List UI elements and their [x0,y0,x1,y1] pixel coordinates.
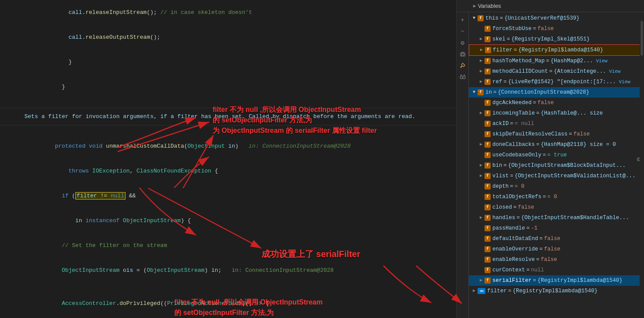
svg-point-3 [460,76,463,79]
code-line: in instanceof ObjectInputStream) { [0,208,456,233]
var-item-enableResolve[interactable]: f enableResolve = false [469,254,644,265]
camera-icon[interactable] [458,50,467,58]
var-item-serialFilter[interactable]: ▶ f serialFilter = {RegistryImpl$lambda@… [469,275,644,286]
code-line: if (filter != null && [0,183,456,208]
var-item-curContext[interactable]: f curContext = null [469,265,644,275]
code-line [0,283,456,291]
variables-panel: ▶ Variables ⚙ + − ⚙ [457,0,644,318]
code-line [0,99,456,108]
var-item-doneCallbacks[interactable]: ▶ f doneCallbacks = {HashMap@2118} size … [469,139,644,150]
var-item-useCodebaseOnly[interactable]: f useCodebaseOnly = = true [469,150,644,160]
left-toolbar: + − ⚙ [457,12,469,318]
var-item-forceStubUse[interactable]: f forceStubUse = false [469,24,644,34]
code-line [0,125,456,134]
code-line: call.releaseOutputStream(); [0,25,456,50]
pin-icon[interactable] [458,61,467,70]
var-item-hashToMethod[interactable]: ▶ f hashToMethod_Map = {HashMap@2... Vie… [469,56,644,66]
var-item-totalObjectRefs[interactable]: f totalObjectRefs = = 0 [469,192,644,202]
code-line: throws IOException, ClassNotFoundExcepti… [0,159,456,183]
var-item-vlist[interactable]: ▶ f vlist = {ObjectInputStream$Validatio… [469,171,644,181]
variables-header: ▶ Variables ⚙ [457,0,644,12]
var-item-skipDefault[interactable]: f skipDefaultResolveClass = false [469,129,644,139]
var-item-incomingTable[interactable]: ▶ f incomingTable = {HashTable@... size [469,108,644,118]
code-line: protected void unmarshalCustomCallData(O… [0,134,456,159]
code-area: call.releaseInputStream(); // in case sk… [0,0,456,318]
code-panel: call.releaseInputStream(); // in case sk… [0,0,457,318]
code-line: } [0,74,456,99]
vars-content[interactable]: ▼ f this = {UnicastServerRef@1539} f for… [457,12,644,318]
var-item-dgcAckNeeded[interactable]: f dgcAckNeeded = false [469,98,644,108]
var-item-methodCallIDCount[interactable]: ▶ f methodCallIDCount = {AtomicIntege...… [469,66,644,77]
var-item-bin[interactable]: ▶ f bin = {ObjectInputStream$BlockDataIn… [469,160,644,171]
binoculars-icon[interactable] [458,72,467,81]
code-line: // Set the filter on the stream [0,233,456,258]
code-line: ObjectInputStream ois = (ObjectInputStre… [0,258,456,283]
doc-comment: Sets a filter for invocation arguments, … [0,108,456,125]
var-item-ackID[interactable]: f ackID = = null [469,118,644,129]
var-item-filter[interactable]: ▶ f filter = {RegistryImpl$lambda@1540} [469,44,644,56]
svg-point-4 [463,76,465,79]
code-line: call.releaseInputStream(); // in case sk… [0,0,456,25]
var-item-enableOverride[interactable]: f enableOverride = false [469,244,644,254]
var-item-ref[interactable]: ▶ f ref = {LiveRef@1542} "[endpoint:[17:… [469,77,644,87]
var-item-handles[interactable]: ▶ f handles = {ObjectInputStream$HandleT… [469,213,644,223]
add-watch-icon[interactable]: + [458,16,467,24]
remove-watch-icon[interactable]: − [458,27,467,36]
var-item-this[interactable]: ▼ f this = {UnicastServerRef@1539} [469,13,644,24]
doc-text: Sets a filter for invocation arguments, … [24,112,449,121]
var-item-passHandle[interactable]: f passHandle = -1 [469,223,644,233]
variables-title: Variables [478,3,501,9]
var-item-closed[interactable]: f closed = false [469,202,644,213]
code-line: AccessController.doPrivileged((Privilege… [0,291,456,316]
scrollbar-thumb[interactable] [641,21,643,56]
var-item-skel[interactable]: ▶ f skel = {RegistryImpl_Skel@1551} [469,34,644,44]
code-line: } [0,50,456,74]
code-line: ois.setObjectInputFilter(filter); filter… [0,316,456,318]
scrollbar[interactable] [640,12,644,318]
svg-point-1 [461,53,464,56]
var-item-depth[interactable]: f depth = = 0 [469,181,644,192]
var-item-defaultDataEnd[interactable]: f defaultDataEnd = false [469,233,644,244]
settings-left-icon[interactable]: ⚙ [458,38,467,47]
var-item-in[interactable]: ▼ f in = {ConnectionInputStream@2028} [469,87,644,98]
var-item-oo-filter[interactable]: ▶ oo filter = {RegistryImpl$lambda@1540} [469,286,644,296]
